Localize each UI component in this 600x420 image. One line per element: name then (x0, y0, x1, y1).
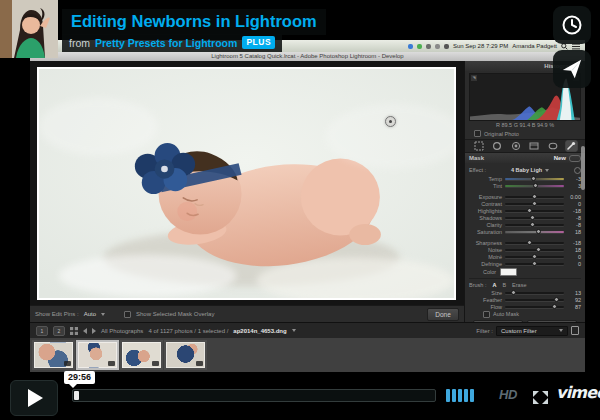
adjustment-pin[interactable] (385, 116, 396, 127)
menubar-user[interactable]: Amanda Padgett (512, 43, 557, 49)
red-eye-tool[interactable] (509, 140, 522, 152)
play-icon (28, 389, 43, 407)
photo-stage (30, 61, 464, 305)
adjustment-brush-tool[interactable] (565, 140, 578, 152)
filmstrip-thumb-2-selected[interactable] (76, 340, 119, 370)
paper-plane-icon (561, 58, 583, 80)
grid-view-icon[interactable] (70, 327, 78, 335)
slider-size[interactable]: Size 13 (469, 289, 581, 296)
menubar-battery-icon[interactable] (444, 44, 449, 49)
play-button[interactable] (10, 380, 58, 416)
auto-mask-checkbox[interactable] (483, 311, 490, 318)
color-label: Color (483, 269, 496, 275)
video-title[interactable]: Editing Newborns in Lightroom (62, 9, 326, 35)
crop-tool[interactable] (472, 140, 485, 152)
slider-exposure[interactable]: Exposure 0.00 (469, 193, 581, 200)
hd-badge[interactable]: HD (499, 387, 517, 402)
plus-badge: PLUS (242, 36, 275, 49)
panel-switch-toggle[interactable] (569, 155, 581, 162)
edit-pins-mode[interactable]: Auto (84, 311, 96, 317)
filmstrip-thumb-3[interactable] (120, 340, 163, 370)
lightroom-screen: Sun Sep 28 7:29 PM Amanda Padgett Lightr… (30, 40, 585, 371)
edit-pins-toolbar: Show Edit Pins : Auto Show Selected Mask… (30, 305, 464, 322)
menubar-clock[interactable]: Sun Sep 28 7:29 PM (453, 43, 508, 49)
filmstrip-header: 1 2 All Photographs 4 of 1127 photos / 1… (30, 322, 585, 338)
second-window-button[interactable]: 2 (53, 326, 65, 336)
slider-moire[interactable]: Moiré 0 (469, 253, 581, 260)
filter-lock-icon[interactable] (571, 326, 579, 335)
avatar-portrait (0, 0, 58, 58)
slider-shadows[interactable]: Shadows -8 (469, 214, 581, 221)
slider-sharpness[interactable]: Sharpness -18 (469, 239, 581, 246)
thumbnail-image (34, 342, 73, 368)
photo-column: Show Edit Pins : Auto Show Selected Mask… (30, 61, 464, 322)
previous-photo-arrow[interactable] (83, 328, 87, 334)
radial-filter-tool[interactable] (546, 140, 559, 152)
slider-defringe[interactable]: Defringe 0 (469, 260, 581, 267)
filmstrip-info: 4 of 1127 photos / 1 selected / (148, 328, 228, 334)
done-button[interactable]: Done (427, 308, 459, 321)
newborn-photo-image (39, 69, 454, 298)
filmstrip (30, 338, 585, 372)
mask-panel-header[interactable]: Mask New (465, 153, 585, 163)
vimeo-logo[interactable]: vimeo (556, 383, 600, 402)
filmstrip-thumb-1[interactable] (32, 340, 75, 370)
filmstrip-filter: Filter : Custom Filter (476, 326, 579, 336)
develop-toolstrip (465, 139, 585, 153)
brush-section-header: Brush : A B Erase (469, 278, 581, 289)
brush-erase-button[interactable]: Erase (512, 282, 526, 288)
effect-preset-dropdown[interactable]: 4 Baby Ligh (511, 167, 542, 173)
graduated-filter-tool[interactable] (528, 140, 541, 152)
menubar-status-icon[interactable] (417, 44, 422, 49)
slider-clarity[interactable]: Clarity -8 (469, 221, 581, 228)
brush-b-button[interactable]: B (502, 282, 506, 288)
next-photo-arrow[interactable] (92, 328, 96, 334)
reset-button[interactable]: Reset (527, 320, 577, 322)
color-swatch[interactable] (500, 268, 517, 276)
mask-new-button[interactable]: New (554, 155, 566, 161)
slider-contrast[interactable]: Contrast 0 (469, 200, 581, 207)
thumbnail-image (78, 342, 117, 368)
filmstrip-thumb-4[interactable] (164, 340, 207, 370)
original-photo-label: Original Photo (484, 131, 519, 137)
lightroom-body: Show Edit Pins : Auto Show Selected Mask… (30, 61, 585, 322)
watch-later-button[interactable] (553, 6, 591, 44)
filmstrip-source[interactable]: All Photographs (101, 328, 143, 334)
shadow-clipping-icon[interactable]: ◥ (471, 75, 477, 81)
share-button[interactable] (553, 50, 591, 88)
uploader-avatar[interactable] (0, 0, 58, 58)
fullscreen-button[interactable] (533, 390, 548, 408)
slider-flow[interactable]: Flow 87 (469, 303, 581, 310)
rgb-readout: R 89.5 G 91.4 B 94.9 % (469, 121, 581, 129)
show-edit-pins-label: Show Edit Pins : (35, 311, 79, 317)
panel-scrollbar[interactable] (581, 146, 585, 190)
brush-a-button[interactable]: A (492, 282, 496, 288)
slider-feather[interactable]: Feather 92 (469, 296, 581, 303)
filmstrip-filename[interactable]: ap2014n_4653.dng (233, 328, 286, 334)
menubar-status-icon[interactable] (408, 44, 413, 49)
previous-button[interactable]: Previous (473, 320, 523, 322)
thumbnail-image (122, 342, 161, 368)
menubar-status-icon[interactable] (426, 44, 431, 49)
slider-saturation[interactable]: Saturation 18 (469, 228, 581, 235)
filter-label: Filter : (476, 328, 493, 334)
window-titlebar[interactable]: Lightroom 5 Catalog Quick.lrcat - Adobe … (30, 52, 585, 61)
slider-highlights[interactable]: Highlights -18 (469, 207, 581, 214)
spot-removal-tool[interactable] (491, 140, 504, 152)
scrub-handle[interactable] (74, 391, 79, 400)
mask-overlay-checkbox[interactable] (124, 311, 131, 318)
menubar-wifi-icon[interactable] (435, 44, 440, 49)
auto-mask-label: Auto Mask (493, 311, 519, 317)
slider-temp[interactable]: Temp -3 (469, 175, 581, 182)
volume-bars[interactable] (446, 389, 474, 402)
filter-dropdown[interactable]: Custom Filter (496, 326, 568, 336)
main-window-button[interactable]: 1 (36, 326, 48, 336)
channel-link[interactable]: Pretty Presets for Lightroom (95, 37, 237, 49)
slider-noise[interactable]: Noise 18 (469, 246, 581, 253)
chevron-down-icon (292, 329, 296, 332)
photo-newborn[interactable] (37, 67, 456, 300)
slider-tint[interactable]: Tint 3 (469, 182, 581, 189)
progress-bar[interactable] (72, 389, 436, 402)
original-photo-checkbox[interactable] (474, 130, 481, 137)
mask-panel-body: Effect : 4 Baby Ligh Temp -3 Tint 3 (465, 163, 585, 322)
